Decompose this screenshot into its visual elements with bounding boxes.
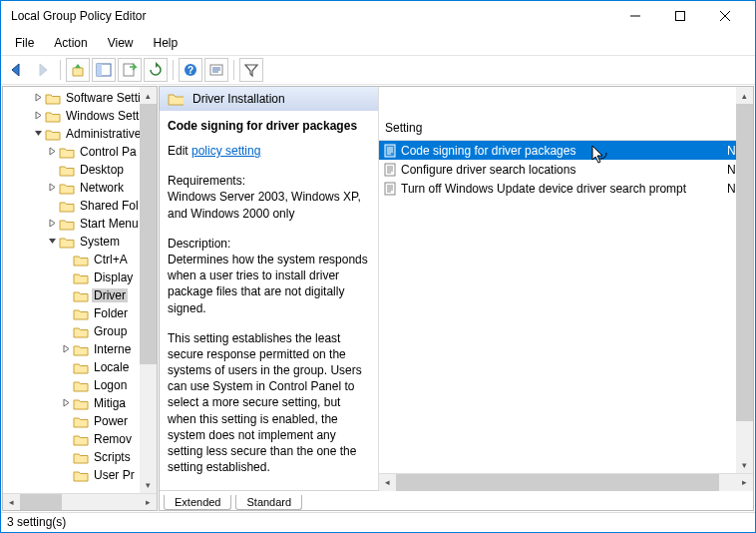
tree-item[interactable]: Group (3, 322, 157, 340)
folder-icon (73, 342, 89, 356)
menu-action[interactable]: Action (46, 33, 95, 53)
tree-item[interactable]: Desktop (3, 161, 157, 179)
tab-standard[interactable]: Standard (235, 495, 302, 510)
tree-item-label: Software Setti (64, 91, 143, 105)
description-column: Driver Installation Code signing for dri… (160, 87, 379, 490)
policy-label: Turn off Windows Update device driver se… (398, 182, 727, 196)
right-scroll-vertical[interactable]: ▴ ▾ (736, 87, 753, 473)
chevron-right-icon[interactable] (31, 111, 45, 122)
tree-item[interactable]: Power (3, 412, 157, 430)
policy-icon (382, 162, 398, 178)
tree-scroll-vertical[interactable]: ▴ ▾ (140, 87, 157, 493)
folder-icon (73, 306, 89, 320)
folder-icon (73, 288, 89, 302)
chevron-right-icon[interactable] (31, 93, 45, 104)
list-header-setting[interactable]: Setting (379, 117, 753, 141)
chevron-right-icon[interactable] (59, 344, 73, 355)
right-pane: Driver Installation Code signing for dri… (159, 86, 754, 511)
chevron-right-icon[interactable] (45, 183, 59, 194)
menu-help[interactable]: Help (146, 33, 187, 53)
tree-item[interactable]: Locale (3, 358, 157, 376)
policy-icon (382, 181, 398, 197)
svg-rect-1 (675, 12, 684, 21)
close-button[interactable] (702, 2, 747, 30)
statusbar: 3 setting(s) (1, 512, 755, 532)
folder-icon (59, 217, 75, 231)
svg-rect-5 (97, 64, 102, 76)
description-text: Determines how the system responds when … (168, 252, 370, 316)
folder-icon (73, 324, 89, 338)
back-button[interactable] (5, 58, 29, 82)
svg-rect-23 (385, 183, 395, 195)
tree-item[interactable]: Mitiga (3, 394, 157, 412)
folder-icon (59, 235, 75, 249)
maximize-button[interactable] (657, 2, 702, 30)
minimize-button[interactable] (612, 2, 657, 30)
folder-icon (73, 432, 89, 446)
show-hide-tree-button[interactable] (92, 58, 116, 82)
tab-extended[interactable]: Extended (164, 495, 231, 510)
chevron-right-icon[interactable] (59, 398, 73, 409)
refresh-button[interactable] (144, 58, 168, 82)
tree-item[interactable]: Windows Sett (3, 107, 157, 125)
tree-item[interactable]: Control Pa (3, 143, 157, 161)
policy-item[interactable]: Turn off Windows Update device driver se… (379, 179, 753, 198)
tree-item-label: Driver (92, 288, 128, 302)
tree-item-label: Mitiga (92, 396, 128, 410)
tree[interactable]: Software SettiWindows SettAdministrative… (3, 87, 157, 493)
tree-item-label: Windows Sett (64, 109, 141, 123)
tree-item[interactable]: Driver (3, 286, 157, 304)
tree-item[interactable]: Scripts (3, 448, 157, 466)
requirements-label: Requirements: (168, 173, 370, 189)
help-button[interactable]: ? (179, 58, 202, 82)
tree-item[interactable]: Software Setti (3, 89, 157, 107)
chevron-right-icon[interactable] (45, 147, 59, 158)
chevron-right-icon[interactable] (45, 219, 59, 230)
folder-icon (73, 414, 89, 428)
policy-item[interactable]: Code signing for driver packagesNot (379, 141, 753, 160)
tree-item[interactable]: Logon (3, 376, 157, 394)
policy-title: Code signing for driver packages (160, 111, 378, 139)
window-title: Local Group Policy Editor (11, 9, 612, 23)
tree-item[interactable]: Ctrl+A (3, 251, 157, 268)
list-column: Setting Code signing for driver packages… (379, 87, 753, 490)
folder-icon (73, 450, 89, 464)
tree-item[interactable]: User Pr (3, 466, 157, 484)
toolbar-separator (173, 60, 174, 80)
filter-button[interactable] (239, 58, 263, 82)
svg-text:?: ? (188, 65, 193, 76)
folder-icon (168, 92, 184, 106)
tree-item-label: Scripts (92, 450, 133, 464)
description-label: Description: (168, 236, 370, 252)
up-button[interactable] (66, 58, 90, 82)
tree-item-label: Shared Fol (78, 199, 141, 213)
edit-policy-link[interactable]: policy setting (191, 144, 260, 158)
tree-item[interactable]: Remov (3, 430, 157, 448)
forward-button[interactable] (31, 58, 55, 82)
folder-icon (73, 468, 89, 482)
tree-item-label: Power (92, 414, 130, 428)
tree-item[interactable]: Interne (3, 340, 157, 358)
properties-button[interactable] (204, 58, 228, 82)
menu-view[interactable]: View (100, 33, 142, 53)
category-title: Driver Installation (192, 92, 285, 106)
tree-item[interactable]: Administrative (3, 125, 157, 143)
tree-item-label: Interne (92, 342, 133, 356)
tree-item[interactable]: Shared Fol (3, 197, 157, 215)
tab-strip: Extended Standard (160, 490, 753, 510)
tree-item[interactable]: Folder (3, 304, 157, 322)
export-button[interactable] (118, 58, 142, 82)
list-scroll-horizontal[interactable]: ◂ ▸ (379, 473, 753, 490)
tree-scroll-horizontal[interactable]: ◂ ▸ (3, 493, 157, 510)
tree-item[interactable]: Network (3, 179, 157, 197)
tree-item-label: Locale (92, 360, 131, 374)
tree-item[interactable]: Display (3, 268, 157, 286)
chevron-down-icon[interactable] (31, 129, 45, 140)
tree-item[interactable]: Start Menu (3, 215, 157, 233)
policy-item[interactable]: Configure driver search locationsNot (379, 160, 753, 179)
chevron-down-icon[interactable] (45, 237, 59, 248)
folder-icon (73, 270, 89, 284)
svg-rect-18 (385, 164, 395, 176)
tree-item[interactable]: System (3, 233, 157, 251)
menu-file[interactable]: File (7, 33, 42, 53)
